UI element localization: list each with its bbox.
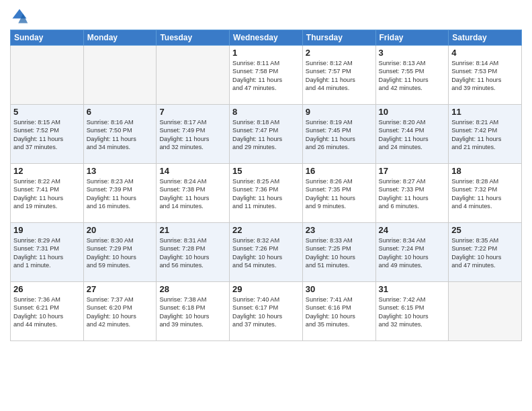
day-number: 11 — [451, 107, 519, 117]
day-number: 27 — [87, 284, 154, 294]
calendar: Sunday Monday Tuesday Wednesday Thursday… — [10, 30, 522, 341]
day-info: Sunrise: 8:13 AM Sunset: 7:55 PM Dayligh… — [379, 59, 446, 93]
day-number: 28 — [159, 284, 226, 294]
logo — [10, 7, 32, 26]
day-info: Sunrise: 8:16 AM Sunset: 7:50 PM Dayligh… — [87, 118, 154, 152]
day-info: Sunrise: 7:42 AM Sunset: 6:15 PM Dayligh… — [379, 295, 446, 329]
day-number: 1 — [232, 48, 300, 58]
day-info: Sunrise: 7:38 AM Sunset: 6:18 PM Dayligh… — [159, 295, 226, 329]
day-info: Sunrise: 8:34 AM Sunset: 7:24 PM Dayligh… — [379, 236, 446, 270]
day-number: 3 — [379, 48, 446, 58]
calendar-day-cell: 12Sunrise: 8:22 AM Sunset: 7:41 PM Dayli… — [11, 164, 84, 223]
header-sunday: Sunday — [11, 30, 84, 46]
header-thursday: Thursday — [302, 30, 375, 46]
day-number: 7 — [159, 107, 226, 117]
day-number: 29 — [232, 284, 300, 294]
day-info: Sunrise: 8:22 AM Sunset: 7:41 PM Dayligh… — [13, 177, 81, 211]
calendar-day-cell: 13Sunrise: 8:23 AM Sunset: 7:39 PM Dayli… — [83, 164, 157, 223]
calendar-day-cell: 10Sunrise: 8:20 AM Sunset: 7:44 PM Dayli… — [375, 105, 449, 164]
day-info: Sunrise: 8:19 AM Sunset: 7:45 PM Dayligh… — [306, 118, 373, 152]
day-number: 21 — [159, 225, 226, 235]
calendar-day-cell: 19Sunrise: 8:29 AM Sunset: 7:31 PM Dayli… — [11, 223, 84, 282]
calendar-day-cell: 28Sunrise: 7:38 AM Sunset: 6:18 PM Dayli… — [157, 282, 230, 341]
calendar-day-cell: 11Sunrise: 8:21 AM Sunset: 7:42 PM Dayli… — [449, 105, 522, 164]
calendar-day-cell: 22Sunrise: 8:32 AM Sunset: 7:26 PM Dayli… — [230, 223, 303, 282]
day-number: 16 — [306, 166, 373, 176]
calendar-day-cell: 3Sunrise: 8:13 AM Sunset: 7:55 PM Daylig… — [375, 46, 449, 105]
calendar-week-row: 26Sunrise: 7:36 AM Sunset: 6:21 PM Dayli… — [11, 282, 522, 341]
calendar-day-cell: 6Sunrise: 8:16 AM Sunset: 7:50 PM Daylig… — [83, 105, 157, 164]
header-saturday: Saturday — [449, 30, 522, 46]
day-info: Sunrise: 8:21 AM Sunset: 7:42 PM Dayligh… — [451, 118, 519, 152]
calendar-week-row: 12Sunrise: 8:22 AM Sunset: 7:41 PM Dayli… — [11, 164, 522, 223]
header-wednesday: Wednesday — [230, 30, 303, 46]
day-number: 5 — [13, 107, 81, 117]
day-info: Sunrise: 8:27 AM Sunset: 7:33 PM Dayligh… — [379, 177, 446, 211]
calendar-day-cell: 5Sunrise: 8:15 AM Sunset: 7:52 PM Daylig… — [11, 105, 84, 164]
calendar-day-cell: 1Sunrise: 8:11 AM Sunset: 7:58 PM Daylig… — [230, 46, 303, 105]
day-number: 8 — [232, 107, 300, 117]
day-info: Sunrise: 8:25 AM Sunset: 7:36 PM Dayligh… — [232, 177, 300, 211]
day-number: 25 — [451, 225, 519, 235]
logo-icon — [10, 7, 29, 26]
header — [10, 7, 522, 26]
calendar-day-cell — [83, 46, 157, 105]
header-friday: Friday — [375, 30, 449, 46]
day-number: 30 — [306, 284, 373, 294]
day-number: 31 — [379, 284, 446, 294]
day-info: Sunrise: 8:20 AM Sunset: 7:44 PM Dayligh… — [379, 118, 446, 152]
day-number: 12 — [13, 166, 81, 176]
calendar-day-cell: 9Sunrise: 8:19 AM Sunset: 7:45 PM Daylig… — [302, 105, 375, 164]
calendar-day-cell: 21Sunrise: 8:31 AM Sunset: 7:28 PM Dayli… — [157, 223, 230, 282]
calendar-day-cell: 2Sunrise: 8:12 AM Sunset: 7:57 PM Daylig… — [302, 46, 375, 105]
day-number: 17 — [379, 166, 446, 176]
day-info: Sunrise: 7:37 AM Sunset: 6:20 PM Dayligh… — [87, 295, 154, 329]
calendar-day-cell: 15Sunrise: 8:25 AM Sunset: 7:36 PM Dayli… — [230, 164, 303, 223]
day-number: 22 — [232, 225, 300, 235]
day-number: 10 — [379, 107, 446, 117]
header-monday: Monday — [83, 30, 157, 46]
calendar-day-cell: 4Sunrise: 8:14 AM Sunset: 7:53 PM Daylig… — [449, 46, 522, 105]
calendar-day-cell: 31Sunrise: 7:42 AM Sunset: 6:15 PM Dayli… — [375, 282, 449, 341]
day-info: Sunrise: 8:17 AM Sunset: 7:49 PM Dayligh… — [159, 118, 226, 152]
calendar-day-cell — [449, 282, 522, 341]
calendar-day-cell: 20Sunrise: 8:30 AM Sunset: 7:29 PM Dayli… — [83, 223, 157, 282]
calendar-day-cell: 24Sunrise: 8:34 AM Sunset: 7:24 PM Dayli… — [375, 223, 449, 282]
day-number: 2 — [306, 48, 373, 58]
weekday-header-row: Sunday Monday Tuesday Wednesday Thursday… — [11, 30, 522, 46]
calendar-day-cell: 16Sunrise: 8:26 AM Sunset: 7:35 PM Dayli… — [302, 164, 375, 223]
day-info: Sunrise: 8:31 AM Sunset: 7:28 PM Dayligh… — [159, 236, 226, 270]
calendar-day-cell: 30Sunrise: 7:41 AM Sunset: 6:16 PM Dayli… — [302, 282, 375, 341]
day-info: Sunrise: 7:36 AM Sunset: 6:21 PM Dayligh… — [13, 295, 81, 329]
day-info: Sunrise: 8:35 AM Sunset: 7:22 PM Dayligh… — [451, 236, 519, 270]
calendar-day-cell: 25Sunrise: 8:35 AM Sunset: 7:22 PM Dayli… — [449, 223, 522, 282]
day-info: Sunrise: 8:24 AM Sunset: 7:38 PM Dayligh… — [159, 177, 226, 211]
calendar-day-cell: 17Sunrise: 8:27 AM Sunset: 7:33 PM Dayli… — [375, 164, 449, 223]
day-info: Sunrise: 8:29 AM Sunset: 7:31 PM Dayligh… — [13, 236, 81, 270]
day-info: Sunrise: 8:11 AM Sunset: 7:58 PM Dayligh… — [232, 59, 300, 93]
calendar-week-row: 19Sunrise: 8:29 AM Sunset: 7:31 PM Dayli… — [11, 223, 522, 282]
day-number: 23 — [306, 225, 373, 235]
calendar-day-cell — [157, 46, 230, 105]
calendar-day-cell: 14Sunrise: 8:24 AM Sunset: 7:38 PM Dayli… — [157, 164, 230, 223]
day-number: 9 — [306, 107, 373, 117]
day-info: Sunrise: 8:15 AM Sunset: 7:52 PM Dayligh… — [13, 118, 81, 152]
calendar-day-cell: 26Sunrise: 7:36 AM Sunset: 6:21 PM Dayli… — [11, 282, 84, 341]
calendar-day-cell: 23Sunrise: 8:33 AM Sunset: 7:25 PM Dayli… — [302, 223, 375, 282]
day-info: Sunrise: 7:41 AM Sunset: 6:16 PM Dayligh… — [306, 295, 373, 329]
page: Sunday Monday Tuesday Wednesday Thursday… — [0, 0, 532, 411]
calendar-day-cell: 18Sunrise: 8:28 AM Sunset: 7:32 PM Dayli… — [449, 164, 522, 223]
day-number: 20 — [87, 225, 154, 235]
day-info: Sunrise: 8:32 AM Sunset: 7:26 PM Dayligh… — [232, 236, 300, 270]
calendar-day-cell: 29Sunrise: 7:40 AM Sunset: 6:17 PM Dayli… — [230, 282, 303, 341]
day-info: Sunrise: 8:14 AM Sunset: 7:53 PM Dayligh… — [451, 59, 519, 93]
calendar-week-row: 5Sunrise: 8:15 AM Sunset: 7:52 PM Daylig… — [11, 105, 522, 164]
day-number: 19 — [13, 225, 81, 235]
day-number: 18 — [451, 166, 519, 176]
day-number: 14 — [159, 166, 226, 176]
day-number: 4 — [451, 48, 519, 58]
day-info: Sunrise: 7:40 AM Sunset: 6:17 PM Dayligh… — [232, 295, 300, 329]
calendar-day-cell: 7Sunrise: 8:17 AM Sunset: 7:49 PM Daylig… — [157, 105, 230, 164]
day-info: Sunrise: 8:30 AM Sunset: 7:29 PM Dayligh… — [87, 236, 154, 270]
day-info: Sunrise: 8:28 AM Sunset: 7:32 PM Dayligh… — [451, 177, 519, 211]
